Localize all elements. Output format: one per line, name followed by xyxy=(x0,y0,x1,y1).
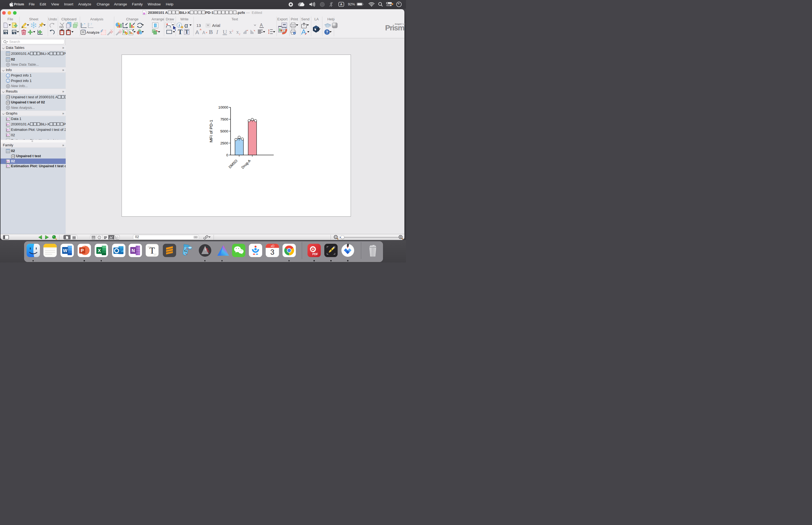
svg-text:bmp: bmp xyxy=(282,26,287,29)
svg-text:S: S xyxy=(186,247,188,251)
svg-text:X: X xyxy=(98,248,101,253)
svg-text:5000: 5000 xyxy=(220,129,228,133)
svg-text:i: i xyxy=(99,236,100,239)
svg-text:tiff: tiff xyxy=(283,23,286,26)
svg-text:PDF: PDF xyxy=(312,253,318,256)
svg-text:T: T xyxy=(149,246,155,255)
svg-text:0: 0 xyxy=(226,153,228,157)
svg-text:7500: 7500 xyxy=(220,117,228,121)
svg-text:DMSO: DMSO xyxy=(228,159,238,169)
svg-text:N: N xyxy=(131,248,135,253)
svg-text:MFI of PD-1: MFI of PD-1 xyxy=(209,120,213,142)
svg-text:10000: 10000 xyxy=(218,105,228,109)
svg-text:W: W xyxy=(63,248,67,253)
svg-text:i: i xyxy=(179,23,180,27)
svg-text:3: 3 xyxy=(270,248,274,256)
svg-text:P: P xyxy=(81,248,83,253)
svg-text:?: ? xyxy=(326,30,328,34)
svg-text:4: 4 xyxy=(271,245,272,247)
svg-text:2500: 2500 xyxy=(220,141,228,145)
svg-text:Drug-A: Drug-A xyxy=(241,159,251,169)
